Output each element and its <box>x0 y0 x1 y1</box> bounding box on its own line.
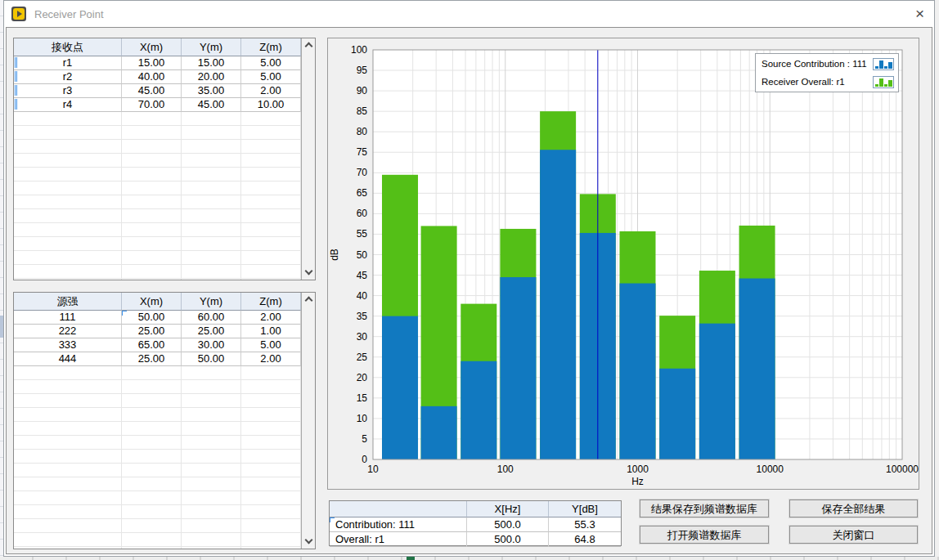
table-cell <box>182 181 241 195</box>
table-cell <box>122 237 182 251</box>
table-row <box>14 209 301 223</box>
table-cell[interactable]: 25.00 <box>182 325 241 338</box>
close-icon[interactable]: × <box>915 4 924 24</box>
table-cell[interactable]: 45.00 <box>182 98 241 112</box>
receiver-table-grid: 接收点X(m)Y(m)Z(m)r115.0015.005.00r240.0020… <box>14 38 301 280</box>
selection-corner <box>122 311 127 316</box>
table-cell[interactable]: 10.00 <box>241 98 301 112</box>
table-cell[interactable]: 25.00 <box>122 352 182 366</box>
table-row <box>14 168 301 181</box>
table-cell[interactable]: 65.00 <box>122 338 182 352</box>
table-cell[interactable]: 333 <box>14 338 122 352</box>
table-row <box>14 279 301 280</box>
close-window-button[interactable]: 关闭窗口 <box>789 526 918 544</box>
table-row <box>14 477 301 491</box>
table-cell[interactable]: 20.00 <box>182 70 241 84</box>
table-cell[interactable]: 15.00 <box>182 56 241 70</box>
x-tick-label: 100000 <box>886 464 919 475</box>
labview-app-icon <box>11 7 26 21</box>
table-cell[interactable]: 70.00 <box>122 98 182 112</box>
table-cell <box>182 408 241 422</box>
table-cell[interactable]: r4 <box>14 98 122 112</box>
table-cell <box>14 168 122 181</box>
save-all-results-button[interactable]: 保存全部结果 <box>789 500 918 517</box>
background-app-bottom-edge <box>0 557 939 560</box>
table-cell <box>182 168 241 181</box>
table-cell[interactable]: 50.00 <box>182 352 241 366</box>
x-tick-label: 10000 <box>757 464 784 475</box>
table-cell[interactable]: 45.00 <box>122 84 182 98</box>
table-cell[interactable]: 5.00 <box>241 56 301 70</box>
table-row <box>14 408 301 422</box>
table-cell[interactable]: 50.00 <box>122 311 182 325</box>
selection-corner <box>330 517 335 522</box>
table-cell[interactable]: 222 <box>14 325 122 338</box>
source-table-scrollbar[interactable] <box>301 293 315 549</box>
table-cell <box>182 279 241 280</box>
table-cell <box>182 519 241 533</box>
table-cell[interactable]: 60.00 <box>182 311 241 325</box>
table-cell <box>14 140 122 154</box>
table-cell <box>14 450 122 464</box>
scroll-up-button[interactable] <box>302 293 315 307</box>
table-row <box>14 223 301 237</box>
chevron-down-icon <box>304 267 312 276</box>
table-cell <box>182 265 241 279</box>
table-cell <box>122 154 182 168</box>
scroll-up-button[interactable] <box>302 38 315 52</box>
table-cell <box>241 380 301 394</box>
title-bar[interactable]: Receiver Point × <box>4 1 934 27</box>
table-cell <box>14 126 122 140</box>
readout-label: Overall: r1 <box>335 533 384 545</box>
table-cell[interactable]: r3 <box>14 84 122 98</box>
table-cell[interactable]: 40.00 <box>122 70 182 84</box>
receiver-table-scrollbar[interactable] <box>301 38 315 280</box>
table-cell <box>122 223 182 237</box>
scroll-down-button[interactable] <box>302 535 315 549</box>
table-cell <box>241 505 301 519</box>
y-tick-label: 25 <box>357 352 368 363</box>
table-cell[interactable]: 35.00 <box>182 84 241 98</box>
table-cell <box>14 422 122 436</box>
table-cell[interactable]: r1 <box>14 56 122 70</box>
chart-legend: Source Contribution : 111 Receiver Overa… <box>755 53 899 92</box>
table-cell[interactable]: 2.00 <box>241 352 301 366</box>
spectrum-chart[interactable]: 0510152025303540455055606570758085909510… <box>327 38 919 490</box>
table-cell[interactable]: 15.00 <box>122 56 182 70</box>
table-cell[interactable]: r2 <box>14 70 122 84</box>
table-cell <box>14 112 122 126</box>
table-cell[interactable]: 30.00 <box>182 338 241 352</box>
table-header-cell: X(m) <box>122 293 182 311</box>
table-cell <box>14 154 122 168</box>
table-cell <box>241 154 301 168</box>
y-tick-label: 30 <box>357 331 368 343</box>
table-cell <box>14 491 122 505</box>
x-axis-label: Hz <box>631 476 644 487</box>
readout-header-y: Y[dB] <box>549 501 621 517</box>
table-header-cell: Z(m) <box>241 293 301 311</box>
table-cell[interactable]: 5.00 <box>241 70 301 84</box>
table-cell[interactable]: 444 <box>14 352 122 366</box>
bar-contribution <box>461 361 496 459</box>
table-cell[interactable]: 1.00 <box>241 325 301 338</box>
table-cell[interactable]: 111 <box>14 311 122 325</box>
table-row <box>14 181 301 195</box>
open-spectrum-db-button[interactable]: 打开频谱数据库 <box>640 526 769 544</box>
y-tick-label: 95 <box>357 65 368 76</box>
table-cell <box>14 394 122 408</box>
scroll-down-button[interactable] <box>302 266 315 280</box>
table-cell[interactable]: 25.00 <box>122 325 182 338</box>
table-cell[interactable]: 5.00 <box>241 338 301 352</box>
table-cell <box>122 366 182 380</box>
table-cell <box>241 168 301 181</box>
save-to-spectrum-db-button[interactable]: 结果保存到频谱数据库 <box>640 500 769 517</box>
y-tick-label: 10 <box>357 413 368 424</box>
table-cell <box>14 366 122 380</box>
table-cell <box>122 491 182 505</box>
y-tick-label: 55 <box>357 228 368 240</box>
table-cell[interactable]: 2.00 <box>241 84 301 98</box>
table-cell <box>122 265 182 279</box>
table-cell[interactable]: 2.00 <box>241 311 301 325</box>
table-cell <box>241 477 301 491</box>
table-row <box>14 195 301 209</box>
